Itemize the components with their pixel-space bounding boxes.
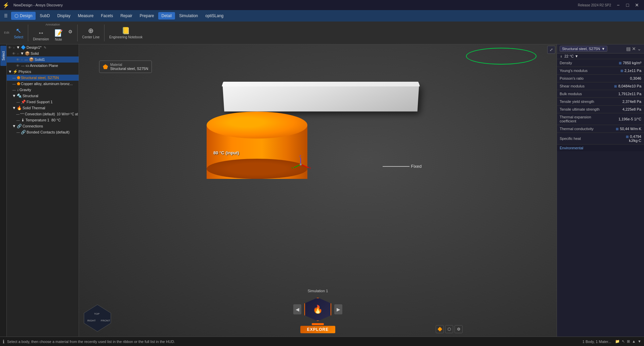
ribbon: ☰ ⬡ Design SubD Display Measure Facets R… [0, 10, 644, 22]
tab-repair[interactable]: Repair [117, 12, 135, 20]
prop-row-7: Thermal expansion coefficient1,196e-5 1/… [557, 113, 644, 125]
tree-item-gravity[interactable]: — ↓ Gravity [7, 87, 79, 93]
structural-label: Structural [23, 94, 38, 98]
temperature-selector[interactable]: 22 °C ▼ [564, 54, 578, 58]
expand-viewport-btn[interactable]: ⤢ [547, 46, 555, 54]
annotation-icon: ▭ [26, 63, 29, 68]
prop-row-2: Poisson's ratio0,3046 [557, 75, 644, 82]
material-selector[interactable]: Structural steel, S275N ▼ [560, 46, 607, 52]
explore-button[interactable]: EXPLORE [300, 326, 335, 333]
annotation-settings-tool[interactable]: ⚙ [66, 28, 75, 43]
tab-simulation[interactable]: Simulation [176, 12, 201, 20]
properties-panel: Structural steel, S275N ▼ ▤ ✕ ⌄ 🌡 22 °C … [557, 44, 644, 337]
fixed-icon: 📌 [21, 100, 26, 104]
titlebar: ⚡ NewDesign - Ansys Discovery Release 20… [0, 0, 644, 10]
fixed-support-label: Fixed Support 1 [27, 100, 53, 104]
eye-icon-solid1[interactable]: 👁 [16, 58, 19, 62]
simulation-nav: ◀ 🔥 ▶ [293, 294, 342, 324]
viewport[interactable]: ⬟ Material Structural steel, S275N [79, 44, 557, 337]
folder-icon[interactable]: 📁 [615, 339, 620, 344]
eye-icon-solid[interactable]: 👁 [12, 52, 15, 55]
nav-cube[interactable]: TOP FRONT RIGHT [82, 303, 113, 333]
tree-item-structural[interactable]: ▼ 🔩 Structural [7, 93, 79, 99]
temperature-label: Temperature 1 80 °C [26, 118, 61, 122]
prop-value-8[interactable]: ⊞50,44 W/m·K [610, 125, 644, 133]
app-title: NewDesign - Ansys Discovery [13, 3, 63, 7]
sim-hex-display[interactable]: 🔥 [303, 294, 333, 324]
toolbar-separator-2 [77, 25, 78, 41]
tree-item-connections[interactable]: ▼ 🔗 Connections [7, 123, 79, 129]
tree-item-solid1[interactable]: 👁 ○ — 📦 Solid1 [7, 56, 79, 63]
tree-item-solid-thermal[interactable]: ▼ 🔥 Solid Thermal [7, 105, 79, 111]
tree-item-temperature[interactable]: — 🌡 Temperature 1 80 °C [7, 117, 79, 123]
tree-item-fixed-support[interactable]: — 📌 Fixed Support 1 [7, 99, 79, 105]
prop-value-0[interactable]: ⊞7850 kg/m³ [610, 59, 644, 67]
tree-item-copper[interactable]: — ⬟ Copper alloy, aluminum bronz... [7, 81, 79, 87]
prop-value-3[interactable]: ⊞8,0484e10 Pa [610, 82, 644, 90]
tree-item-design1[interactable]: 👁 ○ ▼ 🔷 Design1* ✎ [7, 44, 79, 50]
tab-measure[interactable]: Measure [75, 12, 97, 20]
eye-icon-design1[interactable]: 👁 [8, 46, 11, 49]
tab-prepare[interactable]: Prepare [136, 12, 158, 20]
tab-detail[interactable]: Detail [158, 12, 175, 20]
tree-item-physics[interactable]: ▼ ⚡ Physics [7, 69, 79, 75]
engineering-notebook-tool[interactable]: 📒 Engineering Notebook [107, 25, 144, 41]
prop-value-1[interactable]: ⊞2,1e11 Pa [610, 67, 644, 75]
tab-optislang[interactable]: optiSLang [202, 12, 227, 20]
material-popup-name: Structural steel, S275N [110, 67, 148, 71]
up-icon[interactable]: ▲ [632, 339, 636, 344]
dimension-icon: ↔ [38, 29, 44, 37]
prop-value-2[interactable]: 0,3046 [610, 75, 644, 82]
sim-prev-btn[interactable]: ◀ [293, 304, 301, 314]
annotation-group-label: Annotation [31, 23, 74, 26]
design1-type-icon: 🔷 [21, 45, 26, 50]
tab-display[interactable]: Display [54, 12, 74, 20]
tree-item-convection[interactable]: — 〰 Convection (default) 10 W/m²·°C at 4… [7, 111, 79, 117]
close-prop-icon[interactable]: ✕ [632, 46, 636, 51]
select-tool[interactable]: ↖ Select [12, 25, 26, 40]
tree-item-bonded[interactable]: — 🔗 Bonded Contacts (default) [7, 129, 79, 135]
design1-edit-icon[interactable]: ✎ [44, 46, 46, 49]
statusbar: ℹ Select a body, then choose a material … [0, 337, 644, 346]
statusbar-right: 1 Body, 1 Mater... 📁 ↖ ⊞ ▲ ▼ [583, 339, 641, 344]
viewport-controls: ⤢ [547, 46, 555, 54]
sim-next-btn[interactable]: ▶ [334, 304, 342, 314]
select-vertical-btn[interactable]: Select [0, 46, 6, 66]
vis2-icon-solid1: ○ [21, 58, 23, 62]
prop-value-9[interactable]: ⊞0,4794 kJ/kg·C [610, 133, 644, 145]
prop-value-7[interactable]: 1,196e-5 1/°C [610, 113, 644, 125]
dimension-tool[interactable]: ↔ Dimension [31, 28, 51, 43]
grid-icon[interactable]: ⊞ [627, 339, 630, 344]
material-icon-btn[interactable]: 🔶 [436, 325, 444, 333]
display-icon-btn[interactable]: ⬡ [445, 325, 453, 333]
mat-dropdown-icon: ▼ [601, 47, 605, 51]
collapse-prop-icon[interactable]: ⌄ [637, 46, 641, 51]
material-selector-label: Structural steel, S275N [562, 47, 600, 51]
centerline-tool[interactable]: ⊕ Center Line [80, 25, 102, 40]
filter-icon[interactable]: ▤ [626, 46, 631, 51]
svg-line-0 [301, 164, 309, 168]
annotation-label: Annotation Plane [30, 64, 58, 68]
grid-icon-3: ⊞ [614, 84, 617, 88]
tab-subd[interactable]: SubD [36, 12, 53, 20]
svg-text:Y: Y [291, 166, 293, 170]
setting-icon-btn[interactable]: ⚙ [455, 325, 463, 333]
hamburger-menu[interactable]: ☰ [1, 12, 10, 20]
tab-design[interactable]: ⬡ Design [11, 12, 36, 20]
prop-value-4[interactable]: 1,7912e11 Pa [610, 90, 644, 98]
fixed-toggle: — [16, 100, 20, 104]
vis-icon-design1: ○ [13, 46, 15, 49]
prop-value-6[interactable]: 4,225e8 Pa [610, 106, 644, 113]
tab-facets[interactable]: Facets [97, 12, 116, 20]
note-tool[interactable]: 📝 Note [52, 28, 65, 43]
eye-icon-annotation[interactable]: 👁 [16, 64, 19, 68]
maximize-button[interactable]: □ [623, 2, 632, 8]
down-icon[interactable]: ▼ [638, 339, 641, 344]
tree-item-annotation[interactable]: 👁 — ▭ Annotation Plane [7, 63, 79, 69]
tree-item-structural-steel[interactable]: — ⬟ Structural steel, S275N [7, 75, 79, 81]
environmental-section[interactable]: Environmental [557, 145, 644, 151]
close-button[interactable]: ✕ [633, 2, 641, 8]
tree-item-solid[interactable]: 👁 ○ ▼ 📦 Solid [7, 50, 79, 56]
minimize-button[interactable]: − [614, 2, 622, 8]
prop-value-5[interactable]: 2,374e8 Pa [610, 98, 644, 106]
